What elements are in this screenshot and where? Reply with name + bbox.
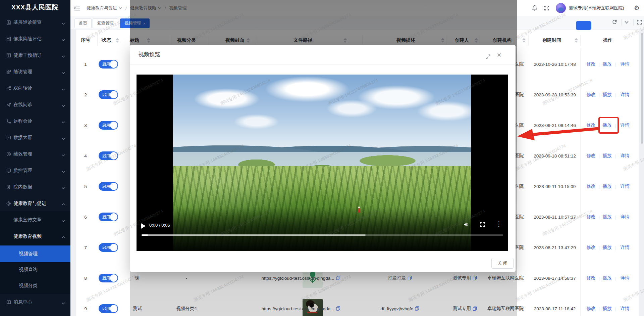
status-toggle[interactable]: 启用: [99, 60, 118, 69]
edit-link[interactable]: 修改: [587, 244, 596, 251]
detail-link[interactable]: 详情: [621, 244, 630, 251]
detail-link[interactable]: 详情: [621, 153, 630, 159]
status-toggle[interactable]: 启用: [99, 243, 118, 252]
created-time: 2023-09-28 10:53:39: [534, 92, 576, 97]
tab-recheck[interactable]: 复查管理: [93, 18, 118, 28]
edit-link[interactable]: 修改: [587, 214, 596, 220]
breadcrumb-item[interactable]: 健康教育视频: [130, 5, 156, 11]
copy-icon[interactable]: [473, 276, 477, 280]
status-toggle[interactable]: 启用: [99, 213, 118, 221]
sidebar-item-6[interactable]: 在线问诊: [0, 97, 70, 113]
sort-caret-icon[interactable]: [522, 38, 526, 43]
sort-caret-icon[interactable]: [575, 38, 578, 43]
play-link[interactable]: 播放: [603, 306, 612, 312]
play-link[interactable]: 播放: [603, 61, 612, 67]
sidebar-item-1[interactable]: 基层巡诊筛查: [0, 14, 70, 31]
volume-icon[interactable]: [464, 222, 470, 227]
detail-link[interactable]: 详情: [621, 306, 630, 312]
play-link[interactable]: 播放: [603, 275, 612, 281]
sort-caret-icon[interactable]: [147, 38, 150, 43]
sidebar-item-10[interactable]: 质控管理: [0, 163, 70, 179]
modal-fullscreen-icon[interactable]: [485, 54, 491, 59]
tab-close-icon[interactable]: ×: [143, 21, 145, 26]
play-button[interactable]: [141, 223, 146, 229]
detail-link[interactable]: 详情: [621, 61, 630, 67]
sidebar-item-7[interactable]: 远程会诊: [0, 113, 70, 129]
modal-close-icon[interactable]: ✕: [497, 52, 501, 59]
status-toggle[interactable]: 启用: [99, 151, 118, 160]
status-toggle[interactable]: 启用: [99, 182, 118, 191]
video-player[interactable]: 0:00 / 0:06 ⋮: [137, 75, 508, 251]
sidebar-item-18[interactable]: 消息中心: [0, 294, 70, 310]
copy-icon[interactable]: [336, 276, 340, 280]
play-link[interactable]: 播放: [603, 183, 612, 189]
sidebar-item-5[interactable]: 双向转诊: [0, 80, 70, 96]
tab-home[interactable]: 首页: [74, 18, 92, 28]
sidebar-item-4[interactable]: 随访管理: [0, 64, 70, 80]
video-more-options-icon[interactable]: ⋮: [496, 220, 502, 228]
sidebar-item-11[interactable]: 院内数据: [0, 179, 70, 195]
settings-gear-icon[interactable]: ⚙: [634, 4, 640, 12]
copy-icon[interactable]: [408, 276, 412, 280]
modal-title: 视频预览: [139, 51, 160, 58]
notification-bell-icon[interactable]: [532, 5, 538, 11]
sidebar-item-17[interactable]: 视频分类: [0, 278, 70, 294]
refresh-icon[interactable]: [612, 19, 618, 25]
sidebar-item-label: 院内数据: [13, 184, 32, 190]
play-link[interactable]: 播放: [603, 244, 612, 251]
edit-link[interactable]: 修改: [587, 275, 596, 281]
row-number: 8: [84, 275, 87, 280]
sidebar-item-9[interactable]: 绩效管理: [0, 146, 70, 162]
video-progress-bar[interactable]: [142, 234, 503, 236]
sidebar-item-13[interactable]: 健康宣传文章: [0, 212, 70, 228]
sort-caret-icon[interactable]: [247, 38, 250, 43]
play-link[interactable]: 播放: [603, 153, 612, 159]
sidebar-item-15[interactable]: 视频管理: [0, 245, 70, 262]
sidebar-collapse-icon[interactable]: [74, 5, 80, 11]
sort-caret-icon[interactable]: [475, 38, 478, 43]
sort-caret-icon[interactable]: [343, 38, 347, 43]
play-link[interactable]: 播放: [603, 92, 612, 98]
tab-video-management[interactable]: 视频管理×: [120, 18, 150, 28]
detail-link[interactable]: 详情: [621, 122, 630, 128]
content-fullscreen-icon[interactable]: [637, 19, 642, 25]
edit-link[interactable]: 修改: [587, 122, 596, 128]
modal-close-button[interactable]: 关 闭: [491, 258, 514, 269]
detail-link[interactable]: 详情: [621, 275, 630, 281]
status-toggle[interactable]: 启用: [99, 121, 118, 130]
sidebar-item-12[interactable]: 健康教育与促进: [0, 195, 70, 212]
copy-icon[interactable]: [336, 306, 340, 311]
edit-link[interactable]: 修改: [587, 153, 596, 159]
detail-link[interactable]: 详情: [621, 214, 630, 220]
row-number-text: 6: [84, 214, 87, 219]
status-toggle[interactable]: 启用: [99, 304, 118, 313]
play-link[interactable]: 播放: [603, 122, 612, 128]
video-fullscreen-icon[interactable]: [480, 222, 485, 227]
sidebar-item-14[interactable]: 健康教育视频: [0, 228, 70, 244]
edit-link[interactable]: 修改: [587, 92, 596, 98]
sidebar-item-8[interactable]: 数据大屏: [0, 130, 70, 146]
detail-link[interactable]: 详情: [621, 183, 630, 189]
status-toggle[interactable]: 启用: [99, 274, 118, 282]
tab-options-chevron-icon[interactable]: [624, 20, 629, 24]
sort-caret-icon[interactable]: [441, 38, 444, 43]
sidebar-item-3[interactable]: 健康干预指导: [0, 47, 70, 63]
edit-link[interactable]: 修改: [587, 306, 596, 312]
username[interactable]: 测试专用(卓瑞姆互联网医院): [569, 0, 624, 16]
breadcrumb-item[interactable]: 健康教育与促进: [87, 5, 117, 11]
detail-link[interactable]: 详情: [621, 92, 630, 98]
table-scrollbar[interactable]: [641, 33, 643, 144]
column-header-5: 视频封面: [225, 37, 244, 43]
sidebar-item-2[interactable]: 健康风险评估: [0, 31, 70, 47]
edit-link[interactable]: 修改: [587, 183, 596, 189]
primary-toolbar-button[interactable]: [576, 21, 591, 30]
sidebar-item-16[interactable]: 视频查询: [0, 262, 70, 278]
sort-caret-icon[interactable]: [116, 38, 119, 43]
play-link[interactable]: 播放: [603, 214, 612, 220]
status-toggle[interactable]: 启用: [99, 90, 118, 99]
edit-link[interactable]: 修改: [587, 61, 596, 67]
user-avatar[interactable]: [556, 3, 566, 13]
fullscreen-expand-icon[interactable]: [544, 5, 550, 11]
copy-icon[interactable]: [415, 306, 419, 311]
copy-icon[interactable]: [473, 306, 477, 311]
